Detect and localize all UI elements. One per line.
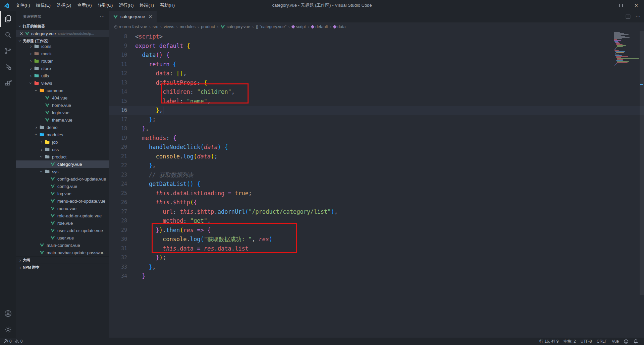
folder-item-modules[interactable]: ›modules [16,131,109,138]
settings-gear-icon[interactable] [0,322,16,338]
breadcrumb-item-script[interactable]: script [291,24,307,29]
file-item-config.vue[interactable]: config.vue [16,183,109,190]
code-line-15[interactable]: 15 label: "name", [109,97,644,106]
code-line-9[interactable]: 9export default { [109,42,644,51]
code-line-10[interactable]: 10 data() { [109,51,644,60]
file-item-log.vue[interactable]: log.vue [16,190,109,197]
menu-S[interactable]: 选择(S) [54,0,74,11]
scrollbar-thumb[interactable] [640,31,644,295]
file-item-role.vue[interactable]: role.vue [16,219,109,227]
folder-item-icons[interactable]: ›icons [16,45,109,50]
code-line-30[interactable]: 30 console.log("获取数据成功: ", res) [109,235,644,244]
file-item-menu.vue[interactable]: menu.vue [16,205,109,212]
run-debug-icon[interactable] [0,59,16,75]
folder-item-utils[interactable]: ›utils [16,72,109,79]
code-line-12[interactable]: 12 data: [], [109,69,644,78]
folder-item-router[interactable]: ›router [16,57,109,65]
folder-item-product[interactable]: ›product [16,153,109,160]
file-item-main-content.vue[interactable]: main-content.vue [16,242,109,249]
search-icon[interactable] [0,27,16,43]
file-item-role-add-or-update.vue[interactable]: role-add-or-update.vue [16,212,109,219]
code-line-18[interactable]: 18 }, [109,124,644,134]
folder-item-common[interactable]: ›common [16,87,109,94]
tab-close-icon[interactable]: ✕ [147,14,153,19]
code-line-22[interactable]: 22 }, [109,161,644,170]
outline-section-header[interactable]: › 大纲 [16,256,109,264]
code-line-13[interactable]: 13 defaultProps: { [109,78,644,88]
folder-item-mock[interactable]: ›mock [16,50,109,57]
file-item-menu-add-or-update.vue[interactable]: menu-add-or-update.vue [16,197,109,205]
menu-H[interactable]: 帮助(H) [157,0,178,11]
open-editor-item[interactable]: ✕ category.vue src\views\modules\p... [16,30,109,37]
code-line-14[interactable]: 14 children: "children", [109,87,644,97]
more-actions-icon[interactable]: ⋯ [635,13,641,20]
breadcrumb-item-renren-fast-vue[interactable]: renren-fast-vue [114,24,148,29]
problems-indicator[interactable]: 0 0 [3,339,22,344]
menu-G[interactable]: 转到(G) [95,0,116,11]
code-line-8[interactable]: 8<script> [109,32,644,42]
folder-item-sys[interactable]: ›sys [16,168,109,175]
code-area[interactable]: 8<script>9export default {10 data() {11 … [109,31,644,338]
minimap[interactable] [614,32,639,66]
explorer-icon[interactable] [0,11,16,27]
file-item-theme.vue[interactable]: theme.vue [16,116,109,124]
code-line-20[interactable]: 20 handleNodeClick(data) { [109,143,644,152]
file-item-404.vue[interactable]: 404.vue [16,94,109,101]
file-item-user.vue[interactable]: user.vue [16,234,109,242]
sidebar-more-actions-icon[interactable]: ⋯ [100,14,105,20]
feedback-icon[interactable] [621,339,631,344]
file-item-home.vue[interactable]: home.vue [16,101,109,109]
breadcrumb-item-modules[interactable]: modules [179,24,196,29]
file-item-category.vue[interactable]: category.vue [16,160,109,168]
folder-item-job[interactable]: ›job [16,138,109,146]
tab-category-vue[interactable]: category.vue ✕ [109,11,157,22]
code-line-34[interactable]: 34 } [109,272,644,281]
code-line-19[interactable]: 19 methods: { [109,134,644,143]
folder-item-demo[interactable]: ›demo [16,124,109,131]
breadcrumb-item-category.vue[interactable]: {}"category.vue" [255,24,287,29]
folder-item-store[interactable]: ›store [16,65,109,72]
file-item-main-navbar-update-passwor...[interactable]: main-navbar-update-passwor... [16,249,109,256]
notifications-bell-icon[interactable] [631,339,641,344]
source-control-icon[interactable] [0,43,16,59]
code-line-26[interactable]: 26 this.$http({ [109,198,644,207]
code-line-27[interactable]: 27 url: this.$http.adornUrl("/product/ca… [109,207,644,217]
breadcrumb-item-data[interactable]: data [333,24,346,29]
code-line-29[interactable]: 29 }).then(res => { [109,226,644,235]
code-line-24[interactable]: 24 getDataList() { [109,180,644,189]
workspace-section-header[interactable]: › 无标题 (工作区) [16,37,109,45]
extensions-icon[interactable] [0,75,16,91]
breadcrumb-item-category.vue[interactable]: category.vue [220,24,251,29]
status-item-CRLF[interactable]: CRLF [594,339,609,344]
menu-E[interactable]: 编辑(E) [33,0,54,11]
code-line-33[interactable]: 33 }, [109,263,644,272]
folder-item-views[interactable]: ›views [16,79,109,87]
accounts-icon[interactable] [0,305,16,322]
breadcrumb-item-src[interactable]: src [152,24,159,29]
menu-T[interactable]: 终端(T) [137,0,157,11]
status-item-UTF8[interactable]: UTF-8 [578,339,594,344]
breadcrumb-item-views[interactable]: views [163,24,175,29]
close-editor-icon[interactable]: ✕ [19,31,24,36]
code-line-16[interactable]: 16 }, [109,106,644,115]
file-item-login.vue[interactable]: login.vue [16,109,109,116]
minimize-button[interactable]: – [598,0,613,11]
menu-V[interactable]: 查看(V) [74,0,95,11]
menu-F[interactable]: 文件(F) [13,0,33,11]
code-line-23[interactable]: 23 // 获取数据列表 [109,170,644,180]
status-item-169[interactable]: 行 16, 列 9 [537,339,561,344]
breadcrumb-item-product[interactable]: product [200,24,216,29]
file-item-user-add-or-update.vue[interactable]: user-add-or-update.vue [16,227,109,234]
code-line-21[interactable]: 21 console.log(data); [109,152,644,161]
code-line-31[interactable]: 31 this.data = res.data.list [109,244,644,254]
code-line-25[interactable]: 25 this.dataListLoading = true; [109,189,644,198]
npm-scripts-section-header[interactable]: › NPM 脚本 [16,264,109,271]
code-line-28[interactable]: 28 method: "get", [109,216,644,226]
folder-item-oss[interactable]: ›oss [16,146,109,153]
menu-R[interactable]: 运行(R) [116,0,137,11]
vertical-scrollbar[interactable] [639,31,644,338]
maximize-button[interactable] [613,0,629,11]
status-item-2[interactable]: 空格: 2 [561,339,578,344]
status-item-Vue[interactable]: Vue [609,339,621,344]
close-button[interactable]: ✕ [629,0,644,11]
